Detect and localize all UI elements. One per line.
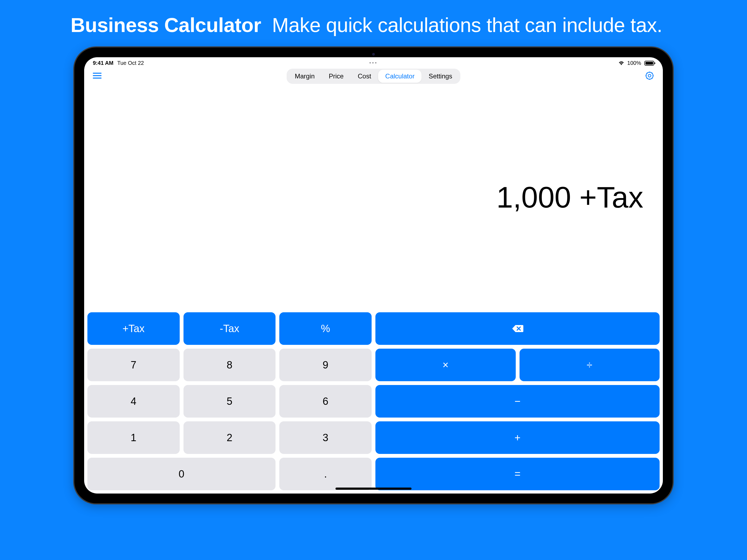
keypad: +Tax -Tax % 7 8 9 4 5 6 1 2 3 0 . [84, 309, 663, 494]
backspace-button[interactable] [376, 312, 660, 345]
multiply-button[interactable]: × [376, 349, 516, 381]
tab-settings[interactable]: Settings [421, 70, 459, 83]
segmented-control: Margin Price Cost Calculator Settings [287, 69, 460, 84]
svg-rect-0 [93, 73, 102, 74]
promo-title: Business Calculator [71, 14, 261, 36]
status-bar: 9:41 AM Tue Oct 22 ••• 100% [84, 57, 663, 67]
two-button[interactable]: 2 [183, 421, 276, 454]
plus-button[interactable]: + [376, 421, 660, 454]
tab-margin[interactable]: Margin [288, 70, 321, 83]
one-button[interactable]: 1 [87, 421, 180, 454]
equals-button[interactable]: = [376, 458, 660, 490]
backspace-icon [512, 324, 523, 333]
three-button[interactable]: 3 [279, 421, 371, 454]
add-tax-button[interactable]: +Tax [87, 312, 180, 345]
svg-rect-1 [93, 75, 102, 76]
promo-heading: Business Calculator Make quick calculati… [0, 0, 747, 42]
ipad-frame: 9:41 AM Tue Oct 22 ••• 100% [74, 48, 673, 503]
status-date: Tue Oct 22 [117, 60, 144, 66]
zero-button[interactable]: 0 [87, 458, 276, 490]
gear-icon[interactable] [645, 71, 654, 81]
four-button[interactable]: 4 [87, 385, 180, 418]
six-button[interactable]: 6 [279, 385, 371, 418]
status-time: 9:41 AM [93, 60, 113, 66]
svg-point-4 [648, 74, 651, 77]
eight-button[interactable]: 8 [183, 349, 276, 381]
calculator-display: 1,000 +Tax [84, 85, 663, 309]
screen: 9:41 AM Tue Oct 22 ••• 100% [84, 57, 663, 494]
divide-button[interactable]: ÷ [519, 349, 660, 381]
tab-calculator[interactable]: Calculator [378, 70, 421, 83]
battery-icon [644, 61, 654, 66]
percent-button[interactable]: % [279, 312, 371, 345]
menu-icon[interactable] [93, 72, 103, 81]
home-indicator[interactable] [335, 487, 412, 490]
tab-price[interactable]: Price [321, 70, 351, 83]
minus-button[interactable]: − [376, 385, 660, 418]
wifi-icon [618, 61, 624, 66]
sub-tax-button[interactable]: -Tax [183, 312, 276, 345]
nav-bar: Margin Price Cost Calculator Settings [84, 67, 663, 85]
multitask-dots[interactable]: ••• [369, 60, 378, 66]
tab-cost[interactable]: Cost [351, 70, 378, 83]
decimal-button[interactable]: . [279, 458, 371, 490]
five-button[interactable]: 5 [183, 385, 276, 418]
nine-button[interactable]: 9 [279, 349, 371, 381]
svg-rect-2 [93, 78, 102, 79]
battery-percent: 100% [627, 60, 641, 66]
promo-subtitle: Make quick calculations that can include… [272, 14, 662, 36]
seven-button[interactable]: 7 [87, 349, 180, 381]
